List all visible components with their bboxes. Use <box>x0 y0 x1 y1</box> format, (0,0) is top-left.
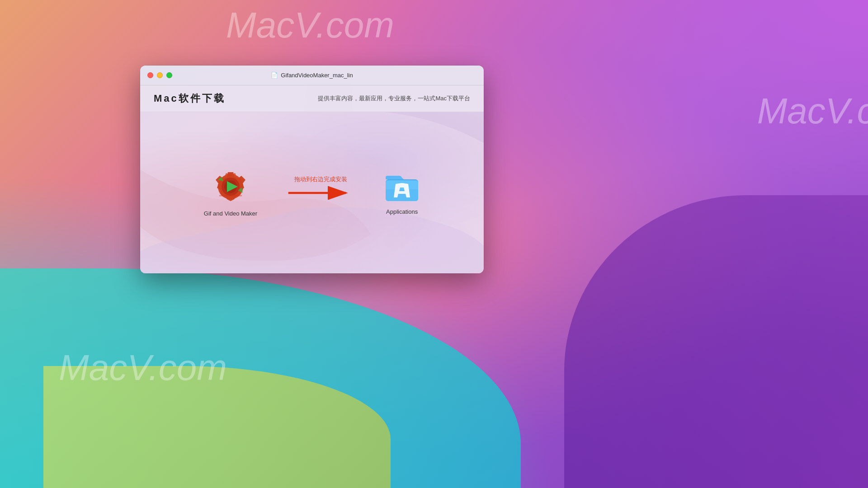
title-bar: 📄 GifandVideoMaker_mac_lin <box>140 66 484 85</box>
window-title-container: 📄 GifandVideoMaker_mac_lin <box>271 72 353 79</box>
site-subtitle: 提供丰富内容，最新应用，专业服务，一站式Mac下载平台 <box>318 94 470 103</box>
applications-folder-icon <box>384 170 420 203</box>
site-title: Mac软件下载 <box>154 92 226 105</box>
applications-item: Applications <box>384 170 420 215</box>
installer-area: Gif and Video Maker 拖动到右边完成安装 <box>140 112 484 273</box>
applications-label: Applications <box>386 208 418 215</box>
app-header: Mac软件下载 提供丰富内容，最新应用，专业服务，一站式Mac下载平台 <box>140 85 484 112</box>
arrow-container: 拖动到右边完成安装 <box>284 175 357 200</box>
window-content: Mac软件下载 提供丰富内容，最新应用，专业服务，一站式Mac下载平台 <box>140 85 484 273</box>
traffic-lights <box>147 72 172 78</box>
window-title: GifandVideoMaker_mac_lin <box>281 72 353 79</box>
close-button[interactable] <box>147 72 153 78</box>
document-icon: 📄 <box>271 72 278 79</box>
install-content: Gif and Video Maker 拖动到右边完成安装 <box>204 169 420 217</box>
app-item: Gif and Video Maker <box>204 169 257 217</box>
app-icon <box>212 169 249 205</box>
app-name-label: Gif and Video Maker <box>204 210 257 217</box>
minimize-button[interactable] <box>157 72 163 78</box>
mac-window: 📄 GifandVideoMaker_mac_lin Mac软件下载 提供丰富内… <box>140 66 484 273</box>
drag-instruction: 拖动到右边完成安装 <box>294 175 347 183</box>
maximize-button[interactable] <box>166 72 172 78</box>
